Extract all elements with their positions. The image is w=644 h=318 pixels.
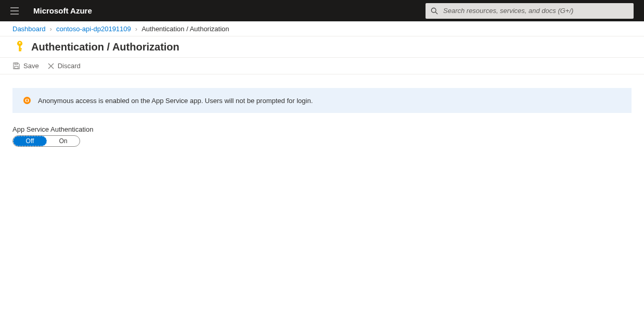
chevron-right-icon: › <box>135 25 137 33</box>
svg-rect-10 <box>15 66 18 68</box>
save-icon <box>12 62 20 70</box>
toolbar: Save Discard <box>0 58 644 74</box>
info-banner: Anonymous access is enabled on the App S… <box>12 88 632 113</box>
svg-rect-9 <box>19 50 21 51</box>
save-button[interactable]: Save <box>12 62 39 70</box>
chevron-right-icon: › <box>50 25 52 33</box>
topbar: Microsoft Azure <box>0 0 644 21</box>
svg-line-4 <box>435 12 437 14</box>
breadcrumb: Dashboard › contoso-api-dp20191109 › Aut… <box>0 21 644 36</box>
save-label: Save <box>23 62 39 70</box>
svg-point-3 <box>431 8 436 12</box>
search-icon <box>431 7 438 15</box>
page-title: Authentication / Authorization <box>31 41 179 53</box>
content: Anonymous access is enabled on the App S… <box>0 74 644 160</box>
svg-rect-8 <box>19 48 22 49</box>
toggle-on[interactable]: On <box>47 136 80 146</box>
breadcrumb-current: Authentication / Authorization <box>141 25 229 33</box>
brand-label: Microsoft Azure <box>33 6 92 15</box>
discard-label: Discard <box>58 62 81 70</box>
hamburger-icon <box>10 7 19 15</box>
svg-point-6 <box>19 42 21 44</box>
warning-icon <box>22 96 32 105</box>
page-header: Authentication / Authorization <box>0 36 644 58</box>
breadcrumb-link-resource[interactable]: contoso-api-dp20191109 <box>56 25 131 33</box>
auth-section-label: App Service Authentication <box>12 125 632 133</box>
breadcrumb-link-dashboard[interactable]: Dashboard <box>12 25 46 33</box>
auth-toggle[interactable]: Off On <box>12 135 80 147</box>
search-box[interactable] <box>426 3 634 19</box>
svg-rect-11 <box>15 63 18 65</box>
key-icon <box>12 40 27 54</box>
hamburger-menu-button[interactable] <box>7 4 22 18</box>
toggle-off[interactable]: Off <box>13 136 47 146</box>
discard-button[interactable]: Discard <box>47 62 81 70</box>
close-icon <box>47 62 55 70</box>
info-text: Anonymous access is enabled on the App S… <box>38 97 313 105</box>
search-input[interactable] <box>442 6 628 15</box>
